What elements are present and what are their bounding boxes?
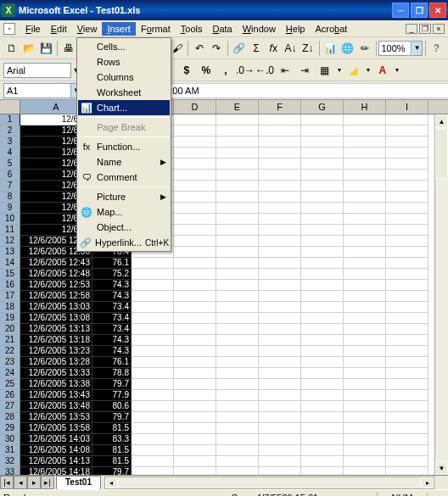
cell[interactable] <box>216 114 259 125</box>
cell[interactable] <box>259 412 301 423</box>
mdi-close-button[interactable]: × <box>433 24 445 34</box>
cell[interactable] <box>216 214 259 225</box>
row-header[interactable]: 11 <box>0 225 20 236</box>
name-box[interactable]: A1 <box>3 83 71 98</box>
decrease-decimal-button[interactable]: ←.0 <box>255 61 274 80</box>
cell[interactable] <box>301 225 344 236</box>
cell[interactable]: 74.3 <box>92 335 132 346</box>
cell[interactable] <box>174 214 216 225</box>
cell[interactable] <box>344 302 386 313</box>
cell[interactable] <box>216 379 259 390</box>
cell[interactable] <box>259 269 301 280</box>
cell[interactable] <box>132 467 174 475</box>
cell[interactable]: 12/6/2005 12:43 <box>20 258 92 269</box>
cell[interactable] <box>301 456 344 467</box>
row-header[interactable]: 32 <box>0 456 20 467</box>
cell[interactable] <box>216 346 259 357</box>
cell[interactable] <box>216 467 259 475</box>
cell[interactable] <box>216 302 259 313</box>
cell[interactable] <box>259 181 301 192</box>
cell[interactable] <box>174 225 216 236</box>
cell[interactable] <box>344 357 386 368</box>
cell[interactable] <box>259 401 301 412</box>
row-header[interactable]: 21 <box>0 335 20 346</box>
cell[interactable] <box>301 324 344 335</box>
cell[interactable] <box>132 401 174 412</box>
cell[interactable] <box>301 203 344 214</box>
col-header-D[interactable]: D <box>174 100 216 114</box>
cell[interactable] <box>344 434 386 445</box>
scroll-thumb[interactable] <box>435 128 448 179</box>
cell[interactable]: 77.9 <box>92 390 132 401</box>
cell[interactable] <box>344 269 386 280</box>
cell[interactable] <box>174 203 216 214</box>
cell[interactable]: 12/6/2005 14:13 <box>20 456 92 467</box>
cell[interactable] <box>216 159 259 170</box>
cell[interactable] <box>174 456 216 467</box>
cell[interactable] <box>386 302 428 313</box>
menu-format[interactable]: Format <box>136 22 176 36</box>
cell[interactable]: 76.1 <box>92 258 132 269</box>
cell[interactable] <box>344 390 386 401</box>
cell[interactable] <box>301 467 344 475</box>
cell[interactable] <box>174 159 216 170</box>
row-header[interactable]: 16 <box>0 280 20 291</box>
cell[interactable] <box>216 170 259 181</box>
cell[interactable] <box>216 390 259 401</box>
cell[interactable] <box>259 225 301 236</box>
cell[interactable] <box>132 324 174 335</box>
cell[interactable] <box>259 137 301 148</box>
drawing-button[interactable]: ✏ <box>356 39 372 58</box>
cell[interactable]: 12/6/2005 13:08 <box>20 313 92 324</box>
redo-button[interactable]: ↷ <box>209 39 225 58</box>
menu-file[interactable]: File <box>20 22 46 36</box>
cell[interactable] <box>174 236 216 247</box>
menu-acrobat[interactable]: Acrobat <box>310 22 352 36</box>
cell[interactable] <box>174 302 216 313</box>
row-header[interactable]: 28 <box>0 412 20 423</box>
cell[interactable] <box>132 302 174 313</box>
cell[interactable] <box>174 137 216 148</box>
cell[interactable] <box>386 114 428 125</box>
cell[interactable]: 12/6/2005 13:48 <box>20 401 92 412</box>
hyperlink-button[interactable]: 🔗 <box>231 39 247 58</box>
cell[interactable] <box>344 324 386 335</box>
cell[interactable] <box>259 192 301 203</box>
save-button[interactable]: 💾 <box>38 39 54 58</box>
borders-button[interactable]: ▦ <box>316 61 334 80</box>
menu-item-map[interactable]: 🌐Map... <box>78 204 170 220</box>
cell[interactable] <box>386 280 428 291</box>
horizontal-scrollbar[interactable]: ◂ ▸ <box>104 476 434 489</box>
col-header-G[interactable]: G <box>301 100 344 114</box>
cell[interactable] <box>216 412 259 423</box>
menu-help[interactable]: Help <box>281 22 311 36</box>
row-header[interactable]: 9 <box>0 203 20 214</box>
cell[interactable] <box>132 368 174 379</box>
undo-button[interactable]: ↶ <box>191 39 207 58</box>
cell[interactable] <box>301 346 344 357</box>
cell[interactable] <box>301 335 344 346</box>
row-header[interactable]: 27 <box>0 401 20 412</box>
cell[interactable] <box>386 125 428 137</box>
cell[interactable] <box>386 445 428 456</box>
cell[interactable] <box>174 291 216 302</box>
cell[interactable] <box>174 445 216 456</box>
cell[interactable] <box>174 467 216 475</box>
cell[interactable] <box>216 148 259 159</box>
menu-edit[interactable]: Edit <box>46 22 72 36</box>
cell[interactable] <box>301 181 344 192</box>
cell[interactable]: 73.4 <box>92 324 132 335</box>
row-header[interactable]: 15 <box>0 269 20 280</box>
menu-item-object[interactable]: Object... <box>78 220 170 235</box>
cell[interactable] <box>174 434 216 445</box>
vertical-scrollbar[interactable]: ▲ ▼ <box>434 114 448 475</box>
row-header[interactable]: 31 <box>0 445 20 456</box>
cell[interactable]: 12/6/2005 13:53 <box>20 412 92 423</box>
cell[interactable] <box>301 401 344 412</box>
tab-first-button[interactable]: |◂ <box>0 476 14 489</box>
cell[interactable] <box>301 368 344 379</box>
tab-prev-button[interactable]: ◂ <box>14 476 27 489</box>
cell[interactable] <box>386 247 428 258</box>
cell[interactable] <box>386 412 428 423</box>
cell[interactable] <box>259 170 301 181</box>
